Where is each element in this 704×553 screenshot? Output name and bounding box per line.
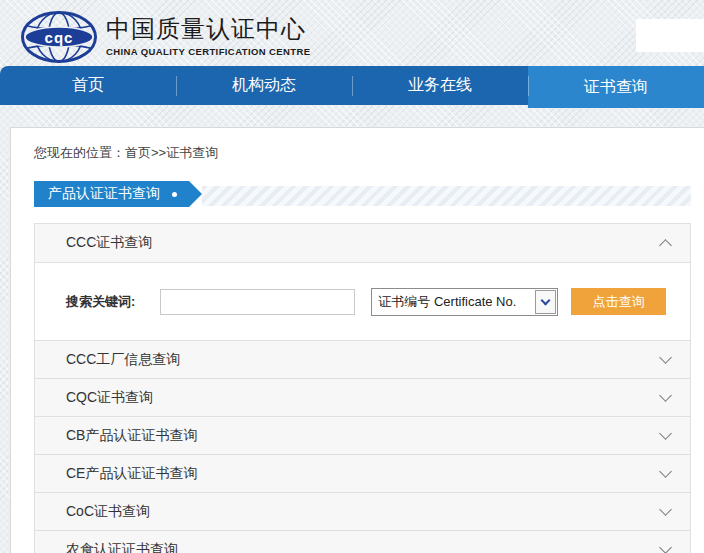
page: cqc 中国质量认证中心 CHINA QUALITY CERTIFICATION… [0,0,704,553]
search-keyword-label: 搜索关键词: [66,293,135,311]
section-title: 产品认证证书查询 [48,185,160,203]
chevron-down-icon [541,295,551,305]
svg-text:cqc: cqc [45,29,74,46]
nav-item-home[interactable]: 首页 [0,66,176,105]
cqc-logo: cqc [21,11,97,63]
brand-title: 中国质量认证中心 [106,14,310,44]
ribbon-dot-icon [172,192,177,197]
select-arrow-box[interactable] [535,290,556,314]
query-accordion: CCC证书查询 搜索关键词: 证书编号 Certificate No. 点击查询… [34,223,691,553]
brand: 中国质量认证中心 CHINA QUALITY CERTIFICATION CEN… [106,14,310,57]
search-button[interactable]: 点击查询 [571,288,666,315]
nav-item-certificate-query[interactable]: 证书查询 [528,66,704,108]
accordion-header-ce-certificate[interactable]: CE产品认证证书查询 [35,454,690,492]
ribbon-arrow-icon [189,181,202,207]
search-keyword-input[interactable] [160,289,355,315]
chevron-down-icon [659,427,672,440]
accordion-header-agrifood-certificate[interactable]: 农食认证证书查询 [35,530,690,553]
nav-item-news[interactable]: 机构动态 [176,66,352,105]
ccc-search-panel: 搜索关键词: 证书编号 Certificate No. 点击查询 [35,262,690,340]
select-value: 证书编号 Certificate No. [378,293,535,311]
section-title-row: 产品认证证书查询 [34,181,691,207]
chevron-down-icon [659,541,672,553]
content-panel: 您现在的位置：首页>>证书查询 产品认证证书查询 CCC证书查询 搜索关键词: … [10,127,704,553]
section-ribbon: 产品认证证书查询 [34,181,189,207]
chevron-down-icon [659,351,672,364]
stripe-band [202,186,691,206]
accordion-header-cqc-certificate[interactable]: CQC证书查询 [35,378,690,416]
header-search-box[interactable] [636,19,704,52]
chevron-up-icon [659,239,672,252]
certificate-type-select[interactable]: 证书编号 Certificate No. [371,288,558,316]
nav-item-online-business[interactable]: 业务在线 [352,66,528,105]
brand-subtitle: CHINA QUALITY CERTIFICATION CENTRE [106,46,310,57]
accordion-header-ccc-certificate[interactable]: CCC证书查询 [35,224,690,262]
accordion-header-cb-certificate[interactable]: CB产品认证证书查询 [35,416,690,454]
accordion-header-coc-certificate[interactable]: CoC证书查询 [35,492,690,530]
accordion-header-ccc-factory[interactable]: CCC工厂信息查询 [35,340,690,378]
chevron-down-icon [659,389,672,402]
main-nav: 首页 机构动态 业务在线 证书查询 [0,66,704,105]
breadcrumb: 您现在的位置：首页>>证书查询 [34,144,218,162]
chevron-down-icon [659,503,672,516]
chevron-down-icon [659,465,672,478]
